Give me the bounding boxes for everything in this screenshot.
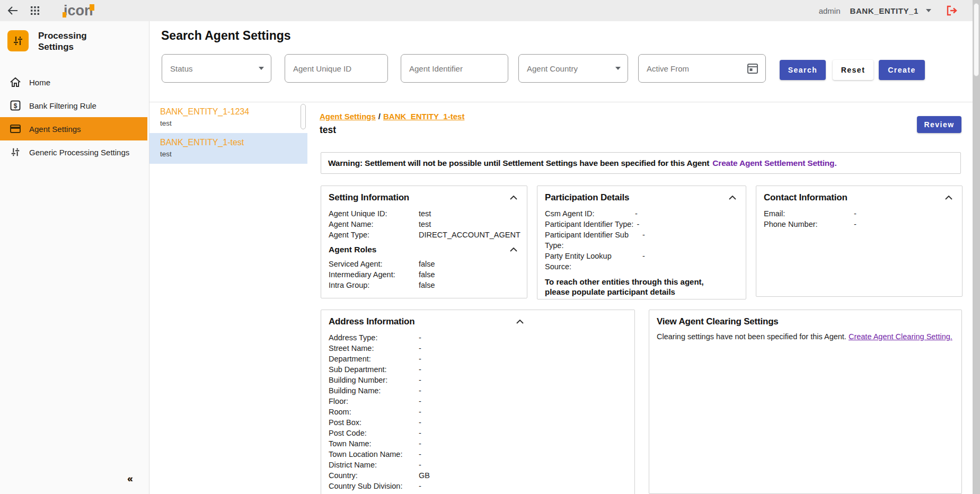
agent-item-subtitle: test: [160, 119, 297, 127]
info-value: -: [419, 407, 421, 417]
sidebar-item-bank-filtering-rule[interactable]: $ Bank Filtering Rule: [0, 94, 149, 117]
agent-unique-id-input[interactable]: Agent Unique ID: [285, 54, 388, 83]
list-item-selected[interactable]: BANK_ENTITY_1-test test: [149, 133, 307, 164]
info-label: District Name:: [329, 460, 419, 470]
info-value: test: [419, 208, 431, 219]
collapse-chevron-up-icon[interactable]: [514, 319, 526, 325]
info-value: -: [854, 219, 857, 230]
info-label: Building Number:: [329, 375, 419, 385]
logo-orange-accent: [63, 12, 66, 17]
collapse-chevron-up-icon[interactable]: [943, 195, 955, 201]
bank-filtering-rule-icon: $: [10, 100, 21, 111]
info-value: -: [419, 343, 421, 354]
info-value: -: [419, 375, 421, 385]
info-value: -: [419, 481, 421, 491]
info-value: false: [419, 269, 435, 280]
sidebar-item-agent-settings[interactable]: Agent Settings: [0, 117, 147, 140]
card-title: Setting Information: [329, 192, 409, 203]
info-value: -: [419, 438, 421, 449]
info-row: Agent Type:DIRECT_ACCOUNT_AGENT: [329, 230, 519, 240]
sidebar-header: Processing Settings: [7, 30, 107, 52]
info-row: Country:GB: [329, 470, 627, 481]
agent-country-dropdown[interactable]: Agent Country: [518, 54, 628, 83]
agent-country-label: Agent Country: [527, 64, 578, 73]
setting-information-card: Setting Information Agent Unique ID:test…: [321, 186, 527, 298]
active-from-date-input[interactable]: Active From: [638, 54, 766, 83]
info-row: Participant Identifier Type:-: [545, 219, 738, 230]
address-information-rows: Address Type:-Street Name:-Department:-S…: [329, 332, 627, 491]
search-button[interactable]: Search: [780, 60, 826, 80]
info-value: test: [419, 219, 431, 230]
settlement-warning-banner: Warning: Settlement will not be possible…: [321, 152, 961, 174]
back-icon[interactable]: [4, 2, 21, 19]
chevron-down-icon: [926, 9, 931, 12]
apps-grid-icon[interactable]: [27, 2, 43, 19]
info-label: Email:: [764, 208, 854, 219]
reset-button[interactable]: Reset: [833, 60, 873, 80]
sidebar-nav: Home $ Bank Filtering Rule Agent Setting…: [0, 70, 149, 164]
collapse-chevron-up-icon[interactable]: [727, 195, 738, 201]
window-scrollbar[interactable]: [973, 0, 980, 494]
info-label: Town Location Name:: [329, 449, 419, 460]
info-row: Phone Number:-: [764, 219, 955, 230]
info-label: Post Code:: [329, 428, 419, 438]
info-row: District Name:-: [329, 460, 627, 470]
info-row: Town Name:-: [329, 438, 627, 449]
admin-role-label: admin: [819, 6, 841, 15]
collapse-chevron-up-icon[interactable]: [508, 195, 519, 201]
logout-icon[interactable]: [946, 5, 958, 16]
info-row: Csm Agent ID:-: [545, 208, 738, 219]
window-scrollbar-thumb[interactable]: [974, 3, 979, 76]
info-row: Floor:-: [329, 396, 627, 407]
home-icon: [10, 77, 21, 87]
info-label: Department:: [329, 354, 419, 364]
info-row: Country Sub Division:-: [329, 481, 627, 491]
calendar-icon[interactable]: [747, 63, 758, 74]
info-value: -: [419, 460, 421, 470]
info-label: Floor:: [329, 396, 419, 407]
info-label: Phone Number:: [764, 219, 854, 230]
info-label: Agent Name:: [329, 219, 419, 230]
participation-note: To reach other entities through this age…: [545, 277, 728, 297]
list-item[interactable]: BANK_ENTITY_1-1234 test: [149, 102, 307, 133]
info-value: -: [419, 385, 421, 396]
sidebar-item-home[interactable]: Home: [0, 70, 149, 94]
sidebar-item-generic-processing-settings[interactable]: Generic Processing Settings: [0, 140, 149, 164]
info-row: Agent Unique ID:test: [329, 208, 519, 219]
info-value: -: [419, 396, 421, 407]
info-row: Building Name:-: [329, 385, 627, 396]
info-label: Intermediary Agent:: [329, 269, 419, 280]
info-label: Agent Unique ID:: [329, 208, 419, 219]
icon-logo: icon: [64, 4, 93, 18]
info-row: Intra Group:false: [329, 280, 519, 290]
status-filter-dropdown[interactable]: Status: [162, 54, 271, 83]
info-row: Party Entity Lookup Source:-: [545, 251, 738, 272]
info-label: Address Type:: [329, 332, 419, 343]
list-scrollbar-thumb[interactable]: [301, 104, 306, 129]
info-row: Email:-: [764, 208, 955, 219]
breadcrumb-link-agent-settings[interactable]: Agent Settings: [320, 112, 376, 121]
info-row: Building Number:-: [329, 375, 627, 385]
create-agent-settlement-setting-link[interactable]: Create Agent Settlement Setting.: [712, 158, 836, 168]
collapse-sidebar-icon[interactable]: «: [127, 473, 133, 484]
create-button[interactable]: Create: [879, 60, 925, 80]
clearing-settings-text: Clearing settings have not been specifie…: [657, 332, 954, 341]
collapse-chevron-up-icon[interactable]: [508, 246, 519, 253]
entity-dropdown[interactable]: BANK_ENTITY_1: [850, 6, 932, 15]
info-row: Department:-: [329, 354, 627, 364]
warning-text: Warning: Settlement will not be possible…: [328, 158, 709, 168]
info-value: -: [419, 354, 421, 364]
agent-detail-panel: Agent Settings/BANK_ENTITY_1-test test R…: [319, 102, 973, 494]
review-button[interactable]: Review: [917, 116, 961, 133]
card-title: Address Information: [329, 316, 414, 327]
breadcrumb-separator: /: [378, 112, 381, 121]
contact-information-card: Contact Information Email:-Phone Number:…: [756, 186, 963, 297]
create-agent-clearing-setting-link[interactable]: Create Agent Clearing Setting.: [849, 332, 952, 341]
agent-identifier-input[interactable]: Agent Identifier: [401, 54, 508, 83]
info-label: Street Name:: [329, 343, 419, 354]
sidebar-item-label: Home: [29, 78, 50, 87]
info-row: Sub Department:-: [329, 364, 627, 375]
info-row: Town Location Name:-: [329, 449, 627, 460]
breadcrumb-link-current[interactable]: BANK_ENTITY_1-test: [383, 112, 464, 121]
agent-item-title: BANK_ENTITY_1-test: [160, 138, 297, 147]
